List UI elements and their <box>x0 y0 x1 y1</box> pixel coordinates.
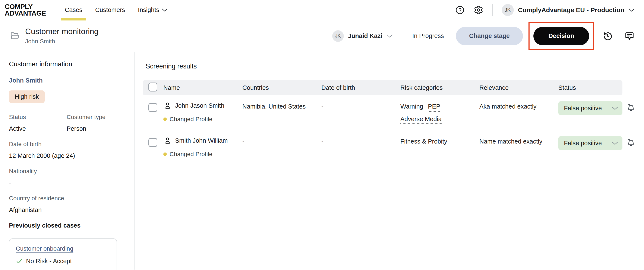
change-stage-button[interactable]: Change stage <box>456 27 523 45</box>
case-header-icons <box>602 31 634 41</box>
row-checkbox[interactable] <box>148 103 157 112</box>
primary-nav: Cases Customers Insights <box>58 0 174 20</box>
gear-icon[interactable] <box>474 5 484 15</box>
assignee-name: Junaid Kazi <box>348 32 382 39</box>
chevron-down-icon <box>387 34 393 38</box>
person-icon <box>163 101 172 110</box>
chevron-down-icon <box>612 106 618 110</box>
assignee-avatar: JK <box>332 30 344 42</box>
top-nav: COMPLY ADVANTAGE Cases Customers Insight… <box>0 0 644 20</box>
field-customer-type: Customer type Person <box>66 114 124 132</box>
relevance-cell: Aka matched exactly <box>479 101 558 110</box>
relevance-cell: Name matched exactly <box>479 136 558 145</box>
account-name: ComplyAdvantage EU - Production <box>518 6 624 14</box>
folder-icon <box>10 30 20 41</box>
person-icon <box>163 136 172 145</box>
countries-cell: Namibia, United States <box>242 101 321 110</box>
top-nav-right: JK ComplyAdvantage EU - Production <box>455 4 634 16</box>
table-row: Smith John William Changed Profile - - F… <box>143 130 636 165</box>
annotation-highlight-box: Decision <box>528 22 594 50</box>
field-nationality: Nationality - <box>9 168 124 186</box>
match-name-cell: Smith John William Changed Profile <box>163 136 242 158</box>
changed-profile-dot-icon <box>163 153 167 156</box>
risk-categories-cell: Fitness & Probity <box>400 136 479 145</box>
history-icon[interactable] <box>602 31 613 41</box>
customer-info-sidebar: Customer information John Smith High ris… <box>0 52 134 270</box>
dob-cell: - <box>321 136 400 145</box>
closed-case-outcome: No Risk - Accept <box>16 258 110 265</box>
column-header-relevance: Relevance <box>479 84 558 91</box>
field-status: Status Active <box>9 114 66 132</box>
row-checkbox[interactable] <box>148 138 157 147</box>
risk-category-link[interactable]: PEP <box>428 103 440 110</box>
bell-icon[interactable] <box>626 103 636 113</box>
dob-cell: - <box>321 101 400 110</box>
closed-case-card: Customer onboarding No Risk - Accept 06 … <box>9 239 117 270</box>
column-header-dob: Date of birth <box>321 84 400 91</box>
chevron-down-icon <box>612 141 618 145</box>
chevron-down-icon <box>162 8 168 12</box>
table-row: John Jason Smith Changed Profile Namibia… <box>143 95 636 130</box>
match-name-link[interactable]: Smith John William <box>175 137 228 144</box>
closed-case-link[interactable]: Customer onboarding <box>16 245 73 252</box>
brand-logo[interactable]: COMPLY ADVANTAGE <box>5 3 46 16</box>
status-cell: False positive <box>558 101 636 115</box>
nav-tab-customers[interactable]: Customers <box>89 0 132 20</box>
column-header-status: Status <box>558 84 622 91</box>
sidebar-title: Customer information <box>9 60 124 68</box>
decision-button[interactable]: Decision <box>534 27 589 45</box>
field-country-of-residence: Country of residence Afghanistan <box>9 195 124 214</box>
match-name-cell: John Jason Smith Changed Profile <box>163 101 242 123</box>
brand-logo-line1: COMPLY <box>5 3 46 10</box>
risk-category-link[interactable]: Adverse Media <box>400 116 442 123</box>
field-date-of-birth: Date of birth 12 March 2000 (age 24) <box>9 141 124 159</box>
status-dropdown[interactable]: False positive <box>558 136 622 150</box>
match-tag: Changed Profile <box>163 116 242 123</box>
table-header-row: Name Countries Date of birth Risk catego… <box>143 80 622 95</box>
customer-fields: Status Active Customer type Person Date … <box>9 114 124 214</box>
stage-status-text: In Progress <box>412 32 444 39</box>
countries-cell: - <box>242 136 321 145</box>
account-menu[interactable]: JK ComplyAdvantage EU - Production <box>502 4 634 16</box>
assignee-dropdown[interactable]: JK Junaid Kazi <box>332 30 393 42</box>
risk-categories-cell: WarningPEPAdverse Media <box>400 101 479 123</box>
table-body: John Jason Smith Changed Profile Namibia… <box>143 95 644 165</box>
status-cell: False positive <box>558 136 636 150</box>
account-avatar: JK <box>502 4 514 16</box>
case-header: Customer monitoring John Smith JK Junaid… <box>0 20 644 52</box>
case-header-left: Customer monitoring John Smith <box>10 27 98 45</box>
brand-logo-line2: ADVANTAGE <box>5 10 46 16</box>
risk-category-label: Fitness & Probity <box>400 138 447 145</box>
screening-results-title: Screening results <box>146 62 644 70</box>
top-nav-divider <box>492 4 493 16</box>
content: Customer information John Smith High ris… <box>0 52 644 270</box>
screening-results-panel: Screening results Name Countries Date of… <box>134 52 644 270</box>
page-title: Customer monitoring <box>25 27 98 36</box>
nav-tab-insights[interactable]: Insights <box>132 0 174 20</box>
nav-tab-cases-label: Cases <box>65 6 82 13</box>
nav-tab-cases[interactable]: Cases <box>58 0 88 20</box>
column-header-name: Name <box>163 84 242 91</box>
column-header-risk-categories: Risk categories <box>400 84 479 91</box>
chevron-down-icon <box>629 8 634 12</box>
nav-tab-customers-label: Customers <box>95 6 125 13</box>
status-dropdown[interactable]: False positive <box>558 101 622 115</box>
help-icon[interactable] <box>455 5 465 15</box>
risk-level-badge: High risk <box>9 90 45 103</box>
checkmark-icon <box>16 258 23 265</box>
page-subtitle: John Smith <box>25 38 98 45</box>
match-tag: Changed Profile <box>163 151 242 158</box>
match-name-link[interactable]: John Jason Smith <box>175 102 224 109</box>
case-header-right: JK Junaid Kazi In Progress Change stage … <box>332 22 635 50</box>
select-all-checkbox[interactable] <box>148 82 157 91</box>
closed-cases-title: Previously closed cases <box>9 222 124 229</box>
screening-results-table: Name Countries Date of birth Risk catego… <box>143 80 644 165</box>
nav-tab-insights-label: Insights <box>138 6 159 13</box>
column-header-countries: Countries <box>242 84 321 91</box>
bell-icon[interactable] <box>626 138 636 148</box>
case-title-block: Customer monitoring John Smith <box>25 27 98 45</box>
customer-profile-link[interactable]: John Smith <box>9 77 43 84</box>
risk-category-label: Warning <box>400 103 423 110</box>
comments-icon[interactable] <box>624 31 634 41</box>
changed-profile-dot-icon <box>163 117 167 121</box>
